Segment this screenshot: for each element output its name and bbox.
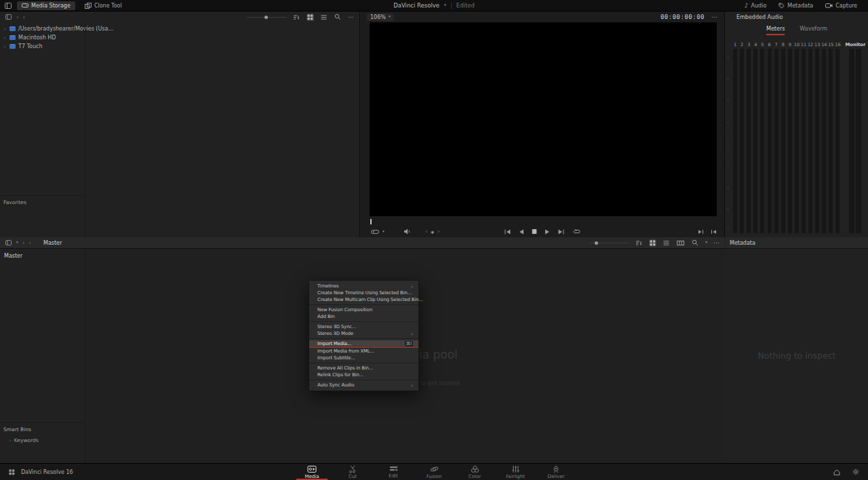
menu-item-create-new-timeline[interactable]: Create New Timeline Using Selected Bin..… [309, 289, 418, 296]
shortcut-badge: ⌘I [405, 341, 413, 346]
grid-view-icon[interactable] [307, 14, 314, 21]
back-icon[interactable]: ‹ [22, 240, 25, 246]
tab-meters[interactable]: Meters [766, 26, 785, 35]
viewer-zoom-select[interactable]: 106% ▾ [367, 14, 394, 21]
chevron-down-icon[interactable]: ▾ [382, 230, 384, 234]
menu-item-add-bin[interactable]: Add Bin [309, 313, 418, 320]
settings-gear-icon[interactable] [852, 468, 860, 476]
more-options-icon[interactable]: ⋯ [713, 239, 720, 246]
back-icon[interactable]: ‹ [16, 14, 19, 20]
menu-item-stereo-3d-mode[interactable]: Stereo 3D Mode › [309, 330, 418, 337]
level-meter [760, 49, 764, 233]
media-page-icon [307, 465, 317, 473]
page-fusion[interactable]: Fusion [414, 464, 454, 480]
viewer-panel: 106% ▾ 00:00:00:00 ⋯ ▾ ‹ ● › [361, 12, 725, 237]
audio-panel-button[interactable]: ♪ Audio [745, 3, 767, 9]
list-view-icon[interactable] [320, 14, 328, 21]
viewer-scrubber[interactable] [370, 218, 717, 225]
expand-icon[interactable]: › [9, 438, 12, 443]
metadata-panel-header: Metadata [726, 237, 868, 249]
menu-item-create-new-multicam[interactable]: Create New Multicam Clip Using Selected … [309, 296, 418, 303]
tree-item-macintosh-hd[interactable]: › Macintosh HD [0, 33, 359, 42]
page-deliver[interactable]: Deliver [536, 464, 576, 480]
media-storage-button[interactable]: Media Storage [17, 1, 75, 10]
project-manager-icon[interactable] [833, 468, 841, 476]
favorites-section[interactable]: Favorites [0, 195, 85, 205]
page-edit[interactable]: Edit [373, 464, 414, 480]
viewer-video-area[interactable] [370, 22, 717, 216]
thumbnail-size-slider[interactable] [247, 14, 286, 20]
submenu-arrow-icon: › [411, 331, 413, 337]
sort-icon[interactable] [292, 14, 300, 21]
menu-item-timelines[interactable]: Timelines › [309, 283, 418, 289]
bin-item-label: Master [4, 253, 22, 259]
metadata-panel-button[interactable]: Metadata [778, 3, 813, 9]
jump-to-out-icon[interactable] [710, 228, 717, 235]
forward-icon[interactable]: › [23, 14, 26, 20]
speaker-icon[interactable] [403, 228, 412, 235]
tree-item-movies[interactable]: › /Users/bradyshearer/Movies (Usa... [0, 24, 359, 33]
next-clip-icon[interactable]: › [437, 228, 440, 235]
search-icon[interactable] [334, 13, 342, 21]
app-grid-icon[interactable] [8, 468, 16, 476]
panel-toggle-icon[interactable] [5, 239, 12, 246]
chevron-down-icon[interactable]: ▾ [705, 241, 707, 245]
menu-item-relink-clips[interactable]: Relink Clips for Bin... [309, 372, 418, 378]
chevron-down-icon[interactable]: ▾ [444, 3, 446, 7]
menu-item-import-media-from-xml[interactable]: Import Media from XML... [309, 348, 418, 355]
top-bar: Media Storage Clone Tool DaVinci Resolve… [0, 0, 868, 12]
menu-item-new-fusion-composition[interactable]: New Fusion Composition [309, 306, 418, 313]
favorites-label: Favorites [3, 199, 26, 205]
audio-meters: 1 2 3 4 5 6 7 8 9 10 11 12 13 14 15 16 M… [732, 41, 865, 233]
panel-layout-icon[interactable] [4, 2, 12, 9]
expand-icon[interactable]: › [3, 26, 7, 32]
capture-button[interactable]: Capture [825, 3, 857, 9]
play-reverse-button[interactable] [519, 228, 525, 235]
page-label: Media [304, 474, 319, 479]
jump-to-in-icon[interactable] [697, 228, 705, 235]
expand-icon[interactable]: › [3, 43, 7, 49]
thumbnail-size-slider[interactable] [589, 239, 629, 246]
smart-bins-label: Smart Bins [3, 426, 31, 433]
viewer-header: 106% ▾ 00:00:00:00 ⋯ [361, 12, 724, 22]
filmstrip-view-icon[interactable] [676, 239, 685, 247]
last-frame-button[interactable] [557, 228, 566, 235]
page-cut[interactable]: Cut [332, 464, 373, 480]
loop-button[interactable] [572, 228, 582, 235]
level-meter [822, 49, 826, 233]
forward-icon[interactable]: › [28, 240, 31, 246]
expand-icon[interactable]: › [3, 35, 7, 41]
menu-item-stereo-3d-sync[interactable]: Stereo 3D Sync... [309, 323, 418, 330]
play-button[interactable] [545, 228, 551, 235]
keywords-group[interactable]: › Keywords [3, 437, 84, 443]
clone-tool-button[interactable]: Clone Tool [80, 1, 127, 10]
viewer-options-icon[interactable]: ⋯ [711, 14, 718, 20]
menu-item-import-subtitle[interactable]: Import Subtitle... [309, 355, 418, 361]
sort-icon[interactable] [635, 239, 643, 247]
tree-item-t7-touch[interactable]: › T7 Touch [0, 42, 359, 51]
chevron-down-icon[interactable]: ▾ [16, 241, 18, 245]
search-icon[interactable] [691, 239, 699, 247]
stop-button[interactable] [532, 228, 538, 235]
meter-channel: 5 [759, 41, 766, 233]
grid-view-icon[interactable] [649, 239, 656, 247]
menu-item-remove-all-clips[interactable]: Remove All Clips in Bin... [309, 365, 418, 372]
panel-toggle-icon[interactable] [5, 14, 12, 20]
tab-waveform[interactable]: Waveform [800, 26, 827, 35]
meter-channel: 3 [745, 41, 752, 233]
more-options-icon[interactable]: ⋯ [348, 14, 355, 20]
page-color[interactable]: Color [454, 464, 495, 480]
playhead[interactable] [370, 219, 372, 224]
page-fairlight[interactable]: Fairlight [495, 464, 536, 480]
menu-item-import-media[interactable]: Import Media... ⌘I [309, 340, 418, 348]
previous-clip-icon[interactable]: ‹ [425, 228, 428, 235]
first-frame-button[interactable] [504, 228, 512, 235]
page-media[interactable]: Media [292, 464, 332, 480]
meter-scale-ticks [727, 49, 730, 231]
document-status: Edited [456, 2, 475, 9]
list-view-icon[interactable] [663, 239, 670, 247]
bin-list: Master Smart Bins › Keywords [0, 249, 85, 463]
menu-item-auto-sync-audio[interactable]: Auto Sync Audio › [309, 382, 418, 388]
viewer-mode-icon[interactable] [370, 228, 380, 235]
bin-item-master[interactable]: Master [0, 251, 84, 260]
